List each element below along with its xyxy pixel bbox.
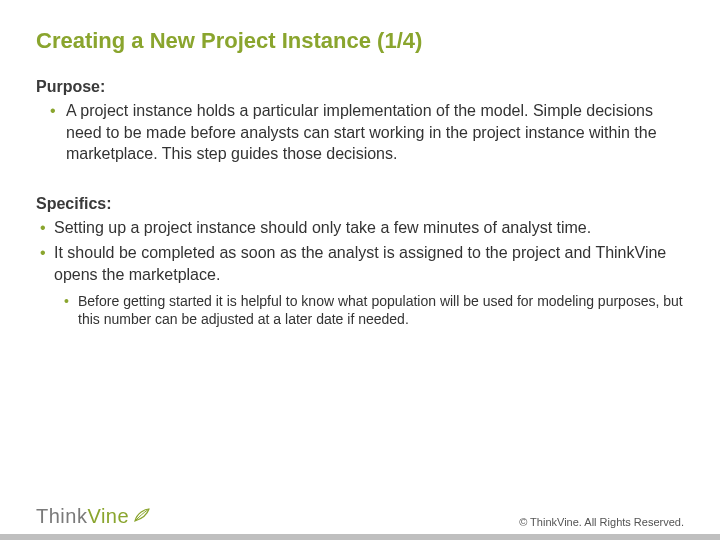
purpose-heading: Purpose:	[36, 78, 684, 96]
list-item: A project instance holds a particular im…	[54, 100, 684, 165]
footer: ThinkVine © ThinkVine. All Rights Reserv…	[0, 534, 720, 540]
purpose-section: Purpose: A project instance holds a part…	[36, 78, 684, 165]
specifics-section: Specifics: Setting up a project instance…	[36, 195, 684, 330]
list-item: Setting up a project instance should onl…	[40, 217, 684, 239]
footer-bar	[0, 534, 720, 540]
copyright-text: © ThinkVine. All Rights Reserved.	[519, 516, 684, 528]
specifics-sublist: Before getting started it is helpful to …	[36, 292, 684, 330]
slide: Creating a New Project Instance (1/4) Pu…	[0, 0, 720, 540]
specifics-heading: Specifics:	[36, 195, 684, 213]
logo-think: Think	[36, 505, 87, 528]
specifics-list: Setting up a project instance should onl…	[36, 217, 684, 286]
leaf-icon	[133, 505, 151, 528]
list-item: It should be completed as soon as the an…	[40, 242, 684, 285]
slide-title: Creating a New Project Instance (1/4)	[36, 28, 684, 54]
list-item: Before getting started it is helpful to …	[66, 292, 684, 330]
logo-vine: Vine	[87, 505, 129, 528]
brand-logo: ThinkVine	[36, 505, 151, 528]
purpose-list: A project instance holds a particular im…	[36, 100, 684, 165]
